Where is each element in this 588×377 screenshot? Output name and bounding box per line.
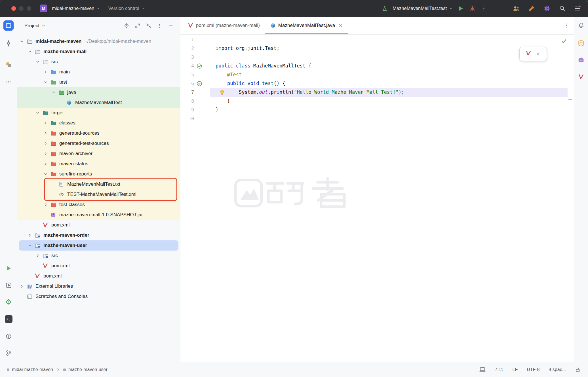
remote-dev-icon[interactable] xyxy=(479,367,486,372)
inspections-ok-icon[interactable] xyxy=(561,38,567,44)
chevron-open-icon[interactable] xyxy=(26,48,33,55)
chevron-closed-icon[interactable] xyxy=(42,150,49,157)
lock-icon[interactable] xyxy=(575,367,581,372)
chevron-closed-icon[interactable] xyxy=(42,69,49,75)
run-configuration-selector[interactable]: MazheMavenMallTest.test xyxy=(393,6,453,11)
notifications-bell-icon[interactable] xyxy=(577,22,585,29)
ai-assistant-icon[interactable] xyxy=(577,56,585,64)
chevron-open-icon[interactable] xyxy=(26,242,33,249)
chevron-open-icon[interactable] xyxy=(18,38,25,45)
code-line-2[interactable]: 2import org.junit.Test; xyxy=(180,44,574,53)
tree-row-generated-test-sources[interactable]: generated-test-sources xyxy=(17,138,180,149)
floating-widget[interactable] xyxy=(519,47,547,61)
tree-row-maven-archiver[interactable]: maven-archiver xyxy=(17,149,180,159)
editor-tab-pom-xml-mazhe-maven-mall[interactable]: pom.xml (mazhe-maven-mall) xyxy=(183,17,265,34)
tree-row-test-classes[interactable]: test-classes xyxy=(17,200,180,210)
build-tools-icon[interactable] xyxy=(528,5,535,12)
tree-row-src[interactable]: src xyxy=(17,251,180,261)
code-line-9[interactable]: 9} xyxy=(180,105,574,114)
project-view-selector[interactable]: Project xyxy=(24,23,45,29)
code-area[interactable]: 12import org.junit.Test;34public class M… xyxy=(180,35,574,362)
chevron-open-icon[interactable] xyxy=(42,79,49,86)
database-toolwindow-icon[interactable] xyxy=(577,39,585,47)
settings-gear-icon[interactable]: ⚙ xyxy=(4,298,13,306)
ai-atom-icon[interactable] xyxy=(543,5,551,12)
run-button[interactable] xyxy=(457,5,464,12)
main-menu-icon[interactable] xyxy=(574,5,581,12)
commit-toolwindow-button[interactable] xyxy=(4,39,13,48)
tree-row-java[interactable]: java xyxy=(17,87,180,98)
breadcrumb-item-mazhe-maven-user[interactable]: mazhe-maven-user xyxy=(63,367,108,372)
code-line-6[interactable]: 6 public void test() { xyxy=(180,79,574,88)
breadcrumb-item-midai-mazhe-maven[interactable]: midai-mazhe-maven xyxy=(7,367,53,372)
collapse-all-icon[interactable] xyxy=(146,23,152,29)
chevron-closed-icon[interactable] xyxy=(18,283,25,290)
code-line-7[interactable]: 7 System.out.println("Hello World Mazhe … xyxy=(180,88,574,97)
chevron-closed-icon[interactable] xyxy=(42,120,49,126)
run-check-icon[interactable] xyxy=(196,81,203,87)
tree-row-mazhe-maven-mall[interactable]: mazhe-maven-mall xyxy=(17,46,180,57)
zoom-window-button[interactable] xyxy=(27,6,31,11)
file-encoding[interactable]: UTF-8 xyxy=(527,367,539,372)
editor-tab-mazhemavenmalltest-java[interactable]: MazheMavenMallTest.java xyxy=(265,17,348,34)
tree-row-mazhemavenmalltest-txt[interactable]: MazheMavenMallTest.txt xyxy=(17,179,180,189)
tree-row-generated-sources[interactable]: generated-sources xyxy=(17,128,180,138)
run-toolwindow-button[interactable] xyxy=(4,264,13,272)
code-line-5[interactable]: 5 @Test xyxy=(180,70,574,79)
chevron-closed-icon[interactable] xyxy=(42,130,49,137)
project-menu-button[interactable]: midai-mazhe-maven xyxy=(52,6,100,11)
locate-file-icon[interactable] xyxy=(123,23,130,29)
code-line-10[interactable]: 10 xyxy=(180,114,574,123)
minimize-window-button[interactable] xyxy=(19,6,24,11)
hide-panel-button[interactable] xyxy=(168,23,174,29)
chevron-open-icon[interactable] xyxy=(34,109,41,116)
tree-row-main[interactable]: main xyxy=(17,67,180,77)
chevron-open-icon[interactable] xyxy=(42,171,49,177)
panel-options-icon[interactable] xyxy=(157,23,163,29)
tree-row-external-libraries[interactable]: External Libraries xyxy=(17,281,180,291)
chevron-closed-icon[interactable] xyxy=(42,160,49,167)
version-control-button[interactable]: Version control xyxy=(108,6,145,11)
close-window-button[interactable] xyxy=(11,6,16,11)
code-line-1[interactable]: 1 xyxy=(180,35,574,44)
tree-row-test-mazhemavenmalltest-xml[interactable]: TEST-MazheMavenMallTest.xml xyxy=(17,189,180,200)
tree-row-maven-status[interactable]: maven-status xyxy=(17,159,180,169)
tree-row-target[interactable]: target xyxy=(17,108,180,118)
problems-toolwindow-button[interactable] xyxy=(4,332,13,340)
tree-row-mazhe-maven-mall-1-0-snapshot-jar[interactable]: mazhe-maven-mall-1.0-SNAPSHOT.jar xyxy=(17,210,180,220)
git-branch-icon[interactable] xyxy=(4,349,13,357)
tree-row-mazhemavenmalltest[interactable]: MazheMavenMallTest xyxy=(17,98,180,108)
close-icon[interactable] xyxy=(536,52,541,56)
close-tab-icon[interactable] xyxy=(338,23,343,28)
chevron-closed-icon[interactable] xyxy=(42,201,49,208)
chevron-open-icon[interactable] xyxy=(34,58,41,65)
bookmarks-toolwindow-button[interactable] xyxy=(4,60,13,69)
terminal-toolwindow-button[interactable]: >_ xyxy=(4,315,13,323)
search-everywhere-icon[interactable] xyxy=(559,5,566,12)
expand-all-icon[interactable] xyxy=(134,23,141,29)
intention-bulb-icon[interactable] xyxy=(219,89,225,96)
tab-options-icon[interactable] xyxy=(564,23,569,28)
tree-row-midai-mazhe-maven[interactable]: midai-mazhe-maven~/Desktop/midai-mazhe-m… xyxy=(17,36,180,46)
more-run-actions-button[interactable] xyxy=(480,5,488,12)
tree-row-pom-xml[interactable]: pom.xml xyxy=(17,220,180,230)
more-toolwindows-button[interactable] xyxy=(4,78,13,86)
project-toolwindow-button[interactable] xyxy=(3,20,14,31)
tree-row-surefire-reports[interactable]: surefire-reports xyxy=(17,169,180,179)
chevron-closed-icon[interactable] xyxy=(26,232,33,239)
line-separator[interactable]: LF xyxy=(513,367,518,372)
code-line-8[interactable]: 8 } xyxy=(180,97,574,105)
code-with-me-users-icon[interactable] xyxy=(513,5,520,12)
tree-row-test[interactable]: test xyxy=(17,77,180,87)
services-toolwindow-button[interactable] xyxy=(4,281,13,289)
tree-row-scratches-and-consoles[interactable]: Scratches and Consoles xyxy=(17,291,180,302)
indent-setting[interactable]: 4 spac... xyxy=(549,367,566,372)
chevron-closed-icon[interactable] xyxy=(34,252,41,259)
debug-button[interactable] xyxy=(469,5,476,12)
tree-row-pom-xml[interactable]: pom.xml xyxy=(17,261,180,271)
tree-row-pom-xml[interactable]: pom.xml xyxy=(17,271,180,281)
tree-row-mazhe-maven-user[interactable]: mazhe-maven-user xyxy=(19,240,178,251)
caret-position[interactable]: 7:11 xyxy=(495,367,503,372)
chevron-open-icon[interactable] xyxy=(50,89,57,96)
code-line-3[interactable]: 3 xyxy=(180,53,574,62)
